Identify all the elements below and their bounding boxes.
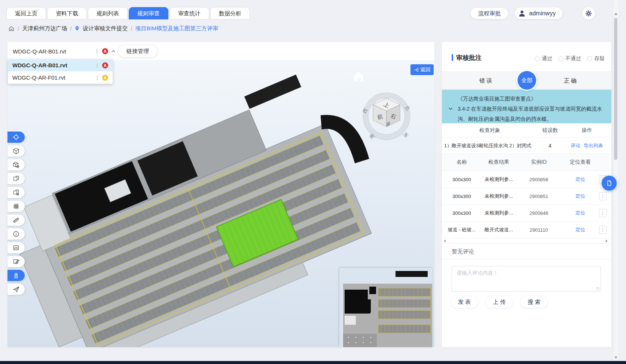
upload-button[interactable]: 上 传	[486, 296, 513, 308]
exit-icon	[413, 67, 419, 73]
tab-rule-review[interactable]: 规则审查	[129, 7, 168, 19]
horizontal-scrollbar[interactable]	[442, 238, 611, 244]
chevron-down-icon[interactable]	[448, 107, 453, 111]
model-file-select[interactable]: WDGC-Q-AR-B01.rvt ⋮ A	[13, 42, 116, 61]
search-button[interactable]: 搜 索	[520, 296, 547, 308]
tab-correct[interactable]: 正 确	[555, 72, 585, 90]
panel-title: 审核批注	[456, 53, 482, 62]
error-count: 4	[538, 143, 562, 149]
table-row: 300x300 未检测到参... 2900856 定位 ⋮	[442, 171, 611, 188]
user-menu[interactable]: adminwyy	[515, 7, 562, 19]
app-root: 返回上页 资料下载 规则列表 规则审查 审查统计 数据分析 流程审批 admin…	[0, 0, 626, 364]
check-table-header: 检查对象 错误数 操作	[442, 123, 611, 138]
scroll-down-arrow-icon[interactable]	[614, 357, 617, 359]
check-object: 1）敞开坡道设3耐轮压排水沟 2）封闭式	[442, 142, 538, 149]
selected-model-name: WDGC-Q-AR-B01.rvt	[13, 48, 92, 55]
locate-link[interactable]: 定位	[562, 226, 599, 233]
result-filter-tabs: 错 误 全部 正 确	[442, 72, 611, 90]
radio-pass[interactable]: 通过	[535, 55, 552, 62]
kebab-menu-icon[interactable]: ⋮	[95, 62, 100, 68]
location-pin-icon[interactable]	[7, 270, 25, 281]
focus-target-icon[interactable]	[7, 132, 25, 143]
comment-actions: 发 表 上 传 搜 索	[451, 296, 548, 308]
model-cube-icon[interactable]	[7, 145, 25, 157]
user-avatar-icon	[518, 9, 526, 18]
model-status-badge: A	[102, 75, 108, 81]
comment-placeholder: 请输入评论内容！	[452, 266, 601, 280]
tab-review-stats[interactable]: 审查统计	[170, 7, 209, 19]
document-fab-button[interactable]	[602, 176, 617, 191]
row-menu-button[interactable]: ⋮	[599, 192, 607, 200]
tab-errors[interactable]: 错 误	[471, 72, 501, 90]
comment-link[interactable]: 评论	[571, 142, 581, 149]
viewer-back-button[interactable]: 返回	[410, 64, 434, 75]
scroll-right-arrow-icon[interactable]	[606, 240, 608, 243]
no-comments-label: 暂无评论	[442, 244, 611, 259]
dropdown-item-model-f01[interactable]: WDGC-Q-AR-F01.rvt ⋮ A	[8, 71, 113, 84]
measure-ruler-icon[interactable]	[7, 215, 25, 226]
locate-link[interactable]: 定位	[562, 210, 599, 216]
model-status-badge: A	[102, 48, 108, 54]
model-status-badge: A	[102, 62, 108, 68]
info-icon[interactable]	[7, 228, 25, 240]
tab-back-home[interactable]: 返回上页	[6, 7, 46, 19]
row-menu-button[interactable]: ⋮	[599, 209, 607, 217]
tab-download[interactable]: 资料下载	[47, 7, 87, 19]
title-accent-bar	[452, 54, 453, 61]
radio-circle-icon[interactable]	[587, 56, 592, 61]
breadcrumb: / 天津蓟州万达广场 / 设计审核文件提交 / 项目BIM模型及施工图第三方评审	[8, 24, 218, 33]
map-pin-icon	[74, 25, 80, 31]
view-cube[interactable]: 西 南 东 北 上 前 右	[358, 86, 415, 142]
radio-fail[interactable]: 不通过	[558, 55, 581, 62]
settings-button[interactable]	[582, 7, 595, 20]
radio-doubt[interactable]: 存疑	[587, 55, 605, 62]
rule-text: 3.4-2 在车道敞开段终端及车道底部应设置与坡道同宽的截流水沟、耐轮压的金属沟…	[458, 104, 605, 124]
section-box-icon[interactable]	[7, 173, 25, 184]
grid-icon[interactable]	[7, 201, 25, 212]
minimap-plan	[339, 268, 432, 347]
resize-handle[interactable]	[596, 287, 600, 290]
scroll-up-arrow-icon[interactable]	[614, 13, 617, 15]
locate-link[interactable]: 定位	[562, 193, 599, 200]
viewer-toolbar: WDGC-Q-AR-B01.rvt ⋮ A 链接管理	[7, 42, 434, 61]
chevron-up-icon[interactable]	[111, 49, 116, 53]
viewer-tool-palette	[7, 132, 25, 297]
send-plane-icon[interactable]	[7, 284, 25, 295]
radio-circle-icon[interactable]	[558, 56, 564, 61]
tab-all[interactable]: 全部	[517, 71, 536, 90]
radio-circle-icon[interactable]	[535, 56, 540, 61]
window-bottom-edge	[0, 361, 626, 364]
breadcrumb-submit[interactable]: 设计审核文件提交	[83, 25, 128, 32]
username-label: adminwyy	[529, 10, 556, 17]
home-view-icon[interactable]	[351, 68, 367, 84]
link-manage-button[interactable]: 链接管理	[118, 45, 157, 57]
model-file-dropdown: WDGC-Q-AR-B01.rvt ⋮ A WDGC-Q-AR-F01.rvt …	[8, 59, 113, 84]
home-icon[interactable]	[8, 25, 15, 32]
model-cube-settings-icon[interactable]	[7, 159, 25, 170]
annotate-icon[interactable]	[7, 256, 25, 267]
document-icon	[606, 180, 613, 186]
process-approval-button[interactable]: 流程审批	[471, 8, 508, 19]
floor-plan-minimap[interactable]	[339, 268, 432, 347]
row-menu-button[interactable]: ⋮	[599, 226, 607, 234]
comment-input[interactable]: 请输入评论内容！	[452, 266, 601, 291]
scroll-left-arrow-icon[interactable]	[444, 240, 446, 243]
breadcrumb-current[interactable]: 项目BIM模型及施工图第三方评审	[135, 25, 219, 32]
kebab-menu-icon[interactable]: ⋮	[94, 48, 100, 54]
breadcrumb-project[interactable]: 天津蓟州万达广场	[22, 25, 67, 32]
rule-source: 《万达商业项目施工图审查要点》	[458, 94, 605, 104]
kebab-menu-icon[interactable]: ⋮	[95, 75, 100, 81]
snapshot-chart-icon[interactable]	[7, 242, 25, 253]
panel-header: 审核批注 通过 不通过 存疑	[442, 42, 611, 72]
scrollbar-thumb[interactable]	[614, 18, 617, 160]
table-row: 300x300 未检测到参... 2900846 定位 ⋮	[442, 205, 611, 222]
tab-rule-list[interactable]: 规则列表	[88, 7, 128, 19]
section-plane-icon[interactable]	[7, 187, 25, 198]
dropdown-item-model-b01[interactable]: WDGC-Q-AR-B01.rvt ⋮ A	[8, 59, 113, 71]
locate-link[interactable]: 定位	[562, 176, 599, 183]
table-row: 坡道 - 砼坡... 敞开式坡道... 2901110 定位 ⋮	[442, 222, 611, 238]
export-list-link[interactable]: 导出列表	[584, 142, 603, 149]
publish-button[interactable]: 发 表	[451, 296, 478, 308]
bim-3d-viewport[interactable]: 西 南 东 北 上 前 右 返回	[7, 61, 434, 347]
tab-data-analysis[interactable]: 数据分析	[210, 7, 250, 19]
